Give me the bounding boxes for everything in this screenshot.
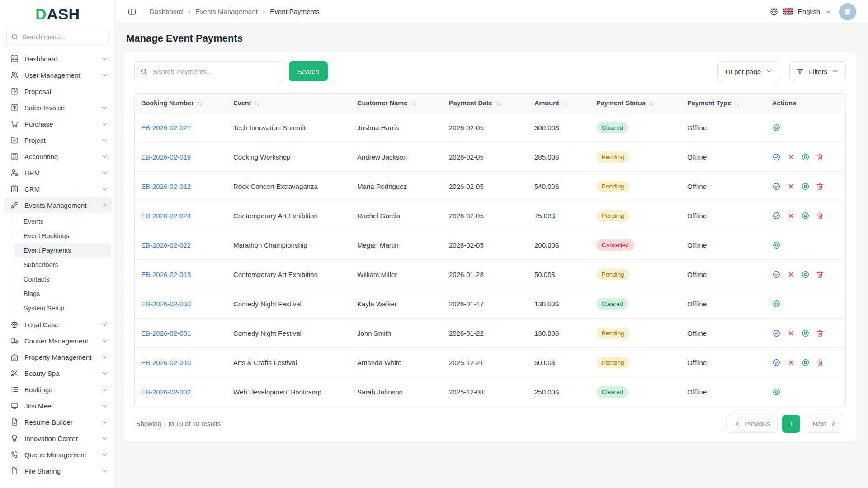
sidebar-subitem-contacts[interactable]: Contacts <box>14 272 111 286</box>
chevron-down-icon[interactable] <box>825 9 831 15</box>
booking-number-link[interactable]: EB-2026-02-022 <box>141 241 191 249</box>
reject-payment-button[interactable] <box>787 270 795 279</box>
sidebar-item-jitsi-meet[interactable]: Jitsi Meet <box>4 398 112 414</box>
sidebar-item-bookings[interactable]: Bookings <box>4 381 112 398</box>
user-avatar[interactable] <box>839 3 856 20</box>
sidebar-item-project[interactable]: Project <box>4 132 112 148</box>
column-header-amount[interactable]: Amount↑↓ <box>528 94 590 113</box>
sidebar-item-accounting[interactable]: Accounting <box>4 148 112 164</box>
booking-number-link[interactable]: EB-2026-02-013 <box>141 271 191 278</box>
table-controls: Search 10 per page Filters <box>134 61 846 81</box>
sidebar-subitem-subscribers[interactable]: Subscribers <box>14 258 111 272</box>
sidebar-item-file-sharing[interactable]: File Sharing <box>4 463 112 479</box>
view-payment-button[interactable] <box>801 182 810 191</box>
reject-x-icon <box>787 153 795 161</box>
booking-number-link[interactable]: EB-2026-02-012 <box>141 183 191 190</box>
sidebar-subitem-blogs[interactable]: Blogs <box>14 286 111 301</box>
column-header-event[interactable]: Event↑↓ <box>227 94 351 113</box>
sidebar-item-courier-management[interactable]: Courier Management <box>4 333 112 349</box>
booking-number-link[interactable]: EB-2026-02-024 <box>141 212 191 220</box>
sidebar-item-crm[interactable]: CRM <box>4 181 112 197</box>
column-header-customer-name[interactable]: Customer Name↑↓ <box>351 94 443 113</box>
table-row: EB-2026-02-021Tech Innovation SummitJosh… <box>135 113 845 142</box>
delete-payment-button[interactable] <box>816 358 824 367</box>
cell-booking-number: EB-2026-02-002 <box>135 377 227 407</box>
language-label[interactable]: English <box>798 8 820 15</box>
breadcrumb-events-management[interactable]: Events Management <box>195 8 258 15</box>
view-payment-button[interactable] <box>772 388 781 396</box>
view-payment-button[interactable] <box>801 270 810 279</box>
view-payment-button[interactable] <box>772 241 781 249</box>
sidebar-subitem-event-payments[interactable]: Event Payments <box>14 243 111 258</box>
sidebar-item-innovation-center[interactable]: Innovation Center <box>4 430 112 446</box>
column-header-payment-type[interactable]: Payment Type↑↓ <box>681 94 766 113</box>
reject-payment-button[interactable] <box>787 153 795 161</box>
table-footer: Showing 1 to 10 of 10 results Previous 1… <box>134 407 846 437</box>
reject-payment-button[interactable] <box>787 329 795 338</box>
reject-payment-button[interactable] <box>787 211 795 220</box>
reject-payment-button[interactable] <box>787 358 795 367</box>
view-eye-icon <box>801 153 810 161</box>
sidebar-item-proposal[interactable]: Proposal <box>4 83 112 99</box>
sidebar-item-purchase[interactable]: Purchase <box>4 116 112 132</box>
sidebar-subitem-events[interactable]: Events <box>14 214 111 229</box>
booking-number-link[interactable]: EB-2026-02-010 <box>141 359 191 366</box>
sidebar-item-legal-case[interactable]: Legal Case <box>4 316 112 333</box>
sidebar-item-label: Proposal <box>24 88 108 95</box>
view-payment-button[interactable] <box>801 329 810 338</box>
per-page-select[interactable]: 10 per page <box>717 61 779 81</box>
sidebar-item-queue-management[interactable]: Queue Management <box>4 446 112 463</box>
booking-number-link[interactable]: EB-2026-02-002 <box>141 388 191 396</box>
booking-number-link[interactable]: EB-2026-02-019 <box>141 153 191 161</box>
search-button[interactable]: Search <box>289 61 328 81</box>
column-header-booking-number[interactable]: Booking Number↑↓ <box>135 94 227 113</box>
booking-number-link[interactable]: EB-2026-02-021 <box>141 124 191 131</box>
delete-payment-button[interactable] <box>816 329 824 338</box>
sidebar-subitem-system-setup[interactable]: System Setup <box>14 301 111 315</box>
globe-button[interactable] <box>769 7 778 16</box>
filters-button[interactable]: Filters <box>789 61 846 81</box>
delete-payment-button[interactable] <box>816 270 824 279</box>
approve-payment-button[interactable] <box>772 329 781 338</box>
resume-icon <box>10 418 19 427</box>
approve-payment-button[interactable] <box>772 211 781 220</box>
page-1-button[interactable]: 1 <box>782 415 800 433</box>
cell-booking-number: EB-2026-02-022 <box>135 230 227 260</box>
delete-payment-button[interactable] <box>816 153 824 161</box>
sidebar-toggle-button[interactable] <box>127 7 137 16</box>
approve-payment-button[interactable] <box>772 358 781 367</box>
approve-payment-button[interactable] <box>772 153 781 161</box>
sidebar-item-dashboard[interactable]: Dashboard <box>4 51 112 67</box>
payments-search-input[interactable] <box>134 61 284 81</box>
previous-page-button[interactable]: Previous <box>726 415 778 433</box>
view-payment-button[interactable] <box>772 300 781 308</box>
view-payment-button[interactable] <box>801 211 810 220</box>
delete-payment-button[interactable] <box>816 211 824 220</box>
delete-payment-button[interactable] <box>816 182 824 191</box>
next-page-button[interactable]: Next <box>805 415 844 433</box>
reject-payment-button[interactable] <box>787 182 795 191</box>
approve-icon <box>772 358 781 367</box>
column-header-payment-date[interactable]: Payment Date↑↓ <box>443 94 528 113</box>
booking-number-link[interactable]: EB-2026-02-001 <box>141 329 191 337</box>
approve-payment-button[interactable] <box>772 270 781 279</box>
approve-payment-button[interactable] <box>772 182 781 191</box>
sidebar-item-resume-builder[interactable]: Resume Builder <box>4 414 112 430</box>
booking-number-link[interactable]: EB-2026-02-030 <box>141 300 191 308</box>
sidebar-item-hrm[interactable]: HRM <box>4 164 112 181</box>
view-payment-button[interactable] <box>801 358 810 367</box>
column-header-payment-status[interactable]: Payment Status↑↓ <box>590 94 681 113</box>
sidebar-search-input[interactable] <box>6 29 109 45</box>
sidebar-item-sales-invoice[interactable]: Sales Invoice <box>4 99 112 116</box>
sidebar-item-user-management[interactable]: User Management <box>4 67 112 83</box>
view-payment-button[interactable] <box>801 153 810 161</box>
sidebar-subitem-event-bookings[interactable]: Event Bookings <box>14 229 111 243</box>
sidebar-item-property-management[interactable]: Property Management <box>4 349 112 365</box>
view-payment-button[interactable] <box>772 123 781 132</box>
chevron-down-icon <box>832 68 839 75</box>
breadcrumb-dashboard[interactable]: Dashboard <box>150 8 183 15</box>
sidebar-item-label: Courier Management <box>24 337 96 345</box>
results-summary: Showing 1 to 10 of 10 results <box>136 420 221 427</box>
sidebar-item-beauty-spa[interactable]: Beauty Spa <box>4 365 112 381</box>
sidebar-item-events-management[interactable]: Events Management <box>4 197 112 213</box>
